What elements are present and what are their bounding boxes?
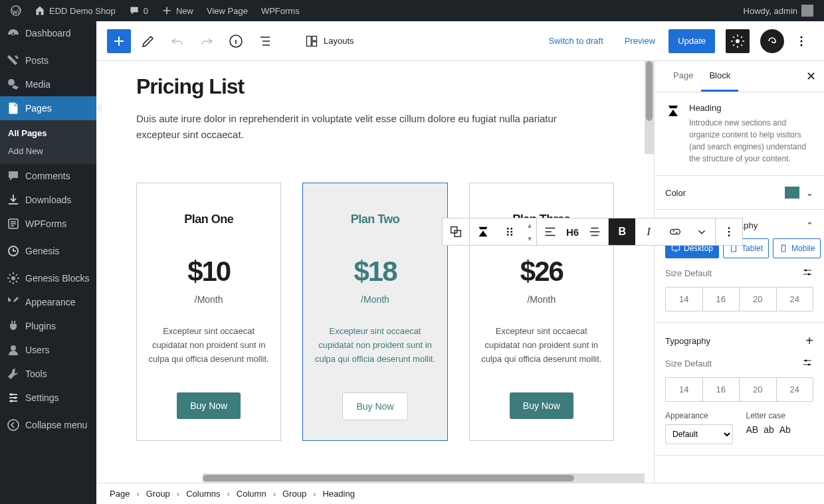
lettercase-upper[interactable]: AB [746,424,759,435]
scrollbar-vertical[interactable] [645,61,654,154]
buy-button[interactable]: Buy Now [510,392,573,419]
more-options[interactable] [789,29,813,53]
update-button[interactable]: Update [669,29,715,53]
wpforms-link[interactable]: WPForms [256,0,305,21]
admin-bar: EDD Demo Shop 0 New View Page WPForms Ho… [0,0,824,21]
tab-block[interactable]: Block [701,61,738,92]
preview-button[interactable]: Preview [617,29,663,53]
menu-collapse[interactable]: Collapse menu [0,413,96,437]
plan-period[interactable]: /Month [146,294,271,305]
menu-plugins[interactable]: Plugins [0,314,96,338]
size-preset[interactable]: 24 [777,378,813,401]
redo-button[interactable] [195,29,219,53]
size-preset[interactable]: 14 [666,378,703,401]
select-parent-button[interactable] [443,218,469,245]
size-preset[interactable]: 20 [740,378,777,401]
size-preset[interactable]: 16 [703,378,740,401]
menu-downloads[interactable]: Downloads [0,188,96,212]
howdy-user[interactable]: Howdy, admin [738,0,819,21]
wp-logo[interactable] [5,0,27,21]
crumb[interactable]: Group [146,489,170,499]
plan-name[interactable]: Plan Two [312,212,437,226]
more-formatting[interactable] [688,218,715,245]
size-preset[interactable]: 24 [777,288,813,311]
menu-media[interactable]: Media [0,72,96,96]
page-title[interactable]: Pricing List [136,74,614,99]
block-more-options[interactable] [716,218,742,245]
switch-draft-button[interactable]: Switch to draft [540,29,611,53]
crumb[interactable]: Column [237,489,266,499]
move-up-button[interactable]: ▲ [523,218,536,232]
menu-genesis[interactable]: Genesis [0,239,96,263]
heading-level[interactable]: H6 [564,218,581,245]
submenu-all-pages[interactable]: All Pages [0,124,96,142]
crumb[interactable]: Heading [322,489,354,499]
appearance-select[interactable]: Default [665,424,733,444]
menu-genesis-blocks[interactable]: Genesis Blocks [0,266,96,290]
buy-button[interactable]: Buy Now [342,392,407,420]
scrollbar-horizontal[interactable] [203,473,645,483]
menu-dashboard[interactable]: Dashboard [0,21,96,45]
lettercase-cap[interactable]: Ab [779,424,791,435]
pricing-card[interactable]: Plan One $10 /Month Excepteur sint occae… [136,183,281,441]
add-block-button[interactable] [107,29,131,53]
text-align-button[interactable] [581,218,608,245]
size-preset[interactable]: 20 [740,288,777,311]
plan-price[interactable]: $10 [146,256,271,288]
plan-desc[interactable]: Excepteur sint occaecat cupidatat non pr… [479,325,604,366]
menu-comments[interactable]: Comments [0,164,96,188]
site-name[interactable]: EDD Demo Shop [29,0,121,21]
menu-users[interactable]: Users [0,338,96,362]
lettercase-lower[interactable]: ab [764,424,774,435]
pricing-card[interactable]: Plan Two $18 /Month Excepteur sint occae… [302,183,447,441]
plan-period[interactable]: /Month [479,294,604,305]
plan-name[interactable]: Plan One [146,212,271,226]
submenu-add-new[interactable]: Add New [0,142,96,160]
new-button[interactable]: New [156,0,199,21]
layouts-button[interactable]: Layouts [298,29,361,53]
settings-toggle[interactable] [726,29,750,53]
edit-mode-button[interactable] [136,29,160,53]
genesis-toggle[interactable] [760,29,784,53]
editor-canvas[interactable]: Pricing List Duis aute irure dolor in re… [96,61,654,483]
color-swatch[interactable] [785,187,799,199]
outline-button[interactable] [253,29,277,53]
menu-tools[interactable]: Tools [0,362,96,386]
plan-desc[interactable]: Excepteur sint occaecat cupidatat non pr… [146,325,271,366]
menu-posts[interactable]: Posts [0,48,96,72]
plus-icon[interactable]: + [805,333,813,349]
close-inspector-button[interactable]: ✕ [806,69,816,84]
drag-handle-icon[interactable] [496,218,523,245]
sliders-icon[interactable] [801,357,813,371]
crumb[interactable]: Page [110,489,130,499]
comments-count[interactable]: 0 [124,0,154,21]
size-preset[interactable]: 14 [666,288,703,311]
italic-button[interactable]: I [635,218,662,245]
block-type-icon[interactable] [470,218,496,245]
move-down-button[interactable]: ▼ [523,232,536,245]
view-page[interactable]: View Page [201,0,253,21]
bold-button[interactable]: B [609,218,635,245]
plan-period[interactable]: /Month [312,294,437,305]
size-preset[interactable]: 16 [703,288,740,311]
menu-appearance[interactable]: Appearance [0,290,96,314]
plan-price[interactable]: $18 [312,256,437,288]
align-button[interactable] [537,218,564,245]
crumb[interactable]: Group [282,489,306,499]
crumb[interactable]: Columns [186,489,220,499]
tab-page[interactable]: Page [665,61,701,92]
sliders-icon[interactable] [801,266,813,280]
menu-wpforms[interactable]: WPForms [0,212,96,236]
menu-settings[interactable]: Settings [0,386,96,410]
page-description[interactable]: Duis aute irure dolor in reprehenderit i… [136,111,588,143]
chevron-down-icon[interactable]: ⌄ [806,188,813,198]
undo-button[interactable] [165,29,189,53]
menu-pages[interactable]: Pages [0,96,96,120]
buy-button[interactable]: Buy Now [177,392,241,419]
plan-price[interactable]: $26 [479,256,604,288]
chevron-up-icon[interactable]: ⌃ [806,220,813,230]
info-button[interactable] [224,29,248,53]
link-button[interactable] [662,218,688,245]
plan-desc[interactable]: Excepteur sint occaecat cupidatat non pr… [312,325,437,366]
device-mobile[interactable]: Mobile [773,238,821,258]
